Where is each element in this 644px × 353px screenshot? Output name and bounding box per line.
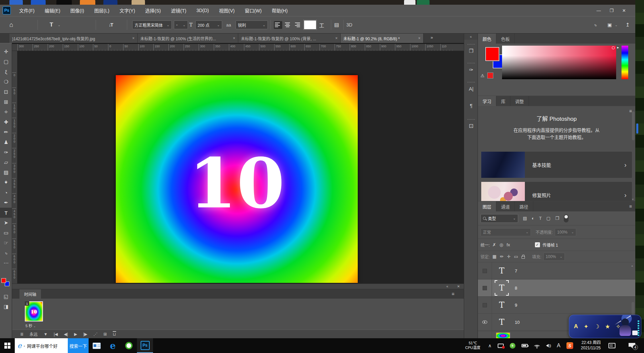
horizontal-ruler[interactable]: 3002502001501005005010015020025030035040… — [12, 44, 464, 51]
tool-button[interactable]: ♠ — [0, 178, 12, 188]
lock-icon[interactable]: ✏ — [500, 254, 504, 259]
maximize-button[interactable]: ❐ — [609, 8, 613, 13]
unify-icon[interactable]: fx — [507, 242, 510, 247]
propagate-frame-checkbox[interactable]: ✓ — [535, 242, 540, 247]
tool-button[interactable]: ◔ — [0, 188, 12, 198]
blend-mode-select[interactable]: 正常 ⌄ — [481, 228, 531, 236]
collapsed-panel-icon[interactable]: ¶ — [464, 96, 478, 115]
tool-button[interactable]: T — [0, 208, 12, 218]
layer-row[interactable]: T 7 — [478, 262, 635, 280]
menu-item[interactable]: 编辑(E) — [40, 5, 65, 16]
hidden-icons-chevron[interactable]: ∧ — [488, 343, 492, 348]
menu-item[interactable]: 选择(S) — [140, 5, 166, 16]
timeline-control-button[interactable]: ≣ — [20, 332, 23, 337]
collapsed-panel-icon[interactable]: ⚀ — [464, 115, 478, 134]
tool-button[interactable]: ✚ — [0, 117, 12, 127]
taskbar-search-box[interactable]: e ▴ 网课平台哪个好 — [15, 338, 68, 353]
lock-icon[interactable]: ✛ — [507, 254, 511, 259]
hue-slider[interactable] — [622, 46, 628, 79]
search-go-button[interactable]: 搜索一下 — [68, 338, 89, 353]
tool-button[interactable]: ξ — [0, 67, 12, 77]
tool-button[interactable]: ⋯ — [0, 258, 12, 268]
tool-button[interactable]: ▨ — [0, 167, 12, 178]
widget-icon[interactable]: A — [574, 323, 578, 330]
start-button[interactable] — [0, 338, 15, 353]
menu-item[interactable]: 视图(V) — [214, 5, 240, 16]
layer-row[interactable]: T 9 — [478, 297, 635, 314]
document-canvas[interactable]: 10 — [116, 75, 358, 283]
antialias-select[interactable]: 锐利⌄ — [236, 20, 268, 29]
timeline-control-button[interactable]: |◀ — [54, 332, 58, 337]
toggle-panels-icon[interactable]: ▤ — [334, 16, 339, 33]
document-tab[interactable]: 未标题-1-恢复的 @ 100% (生活的世界的... × — [138, 34, 238, 43]
layer-filter-toggle[interactable] — [564, 214, 568, 222]
close-tab-icon[interactable]: × — [418, 36, 420, 41]
opacity-field[interactable]: 100% ⌄ — [555, 228, 576, 236]
layer-row[interactable]: T 8 — [478, 280, 635, 297]
layer-thumbnail[interactable]: T — [497, 316, 507, 329]
collapsed-panel-icon[interactable]: ✑ — [464, 58, 478, 77]
unify-icon[interactable]: ◎ — [499, 242, 503, 247]
3d-button[interactable]: 3D — [346, 16, 352, 33]
timeline-control-button[interactable]: |▶ — [83, 332, 87, 337]
toolbar-color-swatches[interactable] — [1, 278, 11, 288]
search-icon[interactable]: ♁ — [593, 16, 597, 33]
learn-card-basics[interactable]: 基本技能 › — [481, 152, 632, 178]
tool-button[interactable]: ⊞ — [0, 97, 12, 107]
minimize-button[interactable]: — — [596, 8, 601, 13]
menu-item[interactable]: 窗口(W) — [240, 5, 267, 16]
document-tab[interactable]: 未标题-1-恢复的-恢复的 @ 100% (背景, ... × — [238, 34, 341, 43]
color-field-handle[interactable] — [612, 46, 615, 49]
vertical-ruler[interactable]: 050100150200250300350400450500550600650 — [12, 51, 17, 284]
widget-icon[interactable]: ★ — [605, 323, 610, 330]
scroll-up-icon[interactable]: ⌃ — [631, 265, 634, 269]
layer-visibility-toggle[interactable] — [478, 280, 492, 297]
menu-item[interactable]: 3D(D) — [191, 5, 214, 16]
tool-button[interactable]: ▱ — [0, 157, 12, 167]
menu-item[interactable]: 滤镜(T) — [166, 5, 191, 16]
menu-item[interactable]: 图层(L) — [89, 5, 114, 16]
wifi-icon[interactable] — [534, 344, 540, 348]
home-icon[interactable]: ⌂ — [9, 16, 13, 33]
layer-filter-select[interactable]: 类型 ⌄ — [481, 214, 518, 223]
timeline-control-button[interactable]: 永远 — [30, 331, 38, 337]
menu-item[interactable]: 文字(Y) — [114, 5, 140, 16]
tool-button[interactable]: ☞ — [0, 238, 12, 248]
unify-icon[interactable]: ✗ — [492, 242, 496, 247]
taskbar-clock[interactable]: 22:43 周四 2021/11/25 — [581, 340, 601, 351]
layer-thumbnail[interactable]: T — [497, 299, 507, 311]
warp-text-icon[interactable]: 工 — [319, 16, 324, 33]
widget-icon[interactable]: ✦ — [584, 323, 588, 330]
tool-button[interactable]: ⊡ — [0, 87, 12, 97]
layer-visibility-toggle[interactable] — [478, 314, 492, 331]
tool-button[interactable]: ▭ — [0, 228, 12, 238]
background-layer-thumbnail[interactable] — [496, 333, 510, 338]
layer-visibility-toggle[interactable] — [478, 262, 492, 280]
type-tool-preset-icon[interactable]: T — [50, 16, 53, 33]
close-tab-icon[interactable]: × — [132, 36, 135, 41]
panel-tab[interactable]: 调整 — [510, 96, 529, 106]
tool-button[interactable]: ✑ — [0, 147, 12, 157]
cpu-temperature[interactable]: 51℃ CPU温度 — [465, 341, 480, 350]
layer-filter-icon[interactable]: T — [539, 216, 542, 221]
accelerator-ball-icon[interactable]: + — [510, 343, 515, 349]
tool-preset-dropdown-icon[interactable]: ⌄ — [58, 16, 60, 33]
close-panel-icon[interactable]: ✕ — [457, 285, 460, 288]
sogou-tray-icon[interactable]: S — [566, 342, 573, 349]
notification-center-icon[interactable]: 4 — [629, 343, 635, 348]
scrollbar[interactable] — [632, 111, 635, 140]
layer-thumbnail[interactable]: T — [497, 264, 507, 277]
taskbar-app-photoshop[interactable]: Ps — [137, 338, 153, 353]
document-tab[interactable]: 未标题-1 @ 90.2% (8, RGB/8) * × — [341, 34, 424, 43]
taskbar-app-browser-360[interactable] — [121, 338, 137, 353]
align-left-button[interactable] — [274, 21, 282, 29]
share-icon[interactable]: ↥ — [626, 16, 630, 33]
font-family-select[interactable]: 方正粗黑宋简体⌄ — [132, 20, 172, 29]
panel-tab[interactable]: 学习 — [478, 96, 496, 106]
tool-button[interactable]: ▢ — [0, 57, 12, 67]
timeline-control-button[interactable]: ⊔ — [113, 332, 116, 337]
collapse-panel-icon[interactable]: « — [446, 285, 448, 288]
tab-overflow-icon[interactable]: » — [431, 35, 433, 40]
panel-menu-icon[interactable]: ≡ — [452, 291, 454, 297]
toolbar-bottom-button[interactable]: ◱ — [0, 292, 12, 302]
